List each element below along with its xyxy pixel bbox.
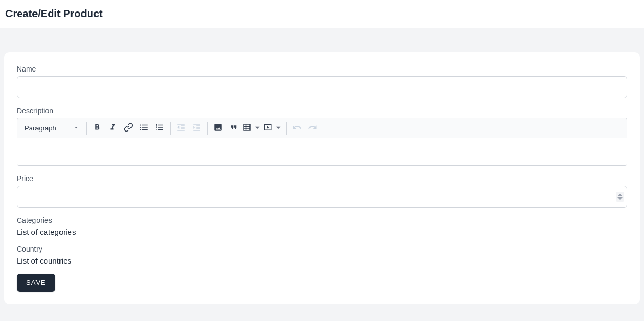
redo-icon [308,123,317,134]
save-button[interactable]: SAVE [17,274,55,292]
indent-button[interactable] [189,121,204,136]
format-dropdown[interactable]: Paragraph [20,121,83,136]
name-field-group: Name [17,65,627,98]
editor-toolbar: Paragraph [17,118,627,138]
name-input[interactable] [17,76,627,98]
link-icon [124,123,133,134]
number-stepper-icon[interactable] [616,192,624,202]
media-button[interactable] [263,121,283,136]
numbered-list-button[interactable] [152,121,167,136]
country-field-group: Country List of countries [17,245,627,265]
toolbar-divider [86,122,87,135]
outdent-button[interactable] [174,121,188,136]
bullet-list-button[interactable] [137,121,151,136]
chevron-down-icon [273,123,283,134]
link-button[interactable] [121,121,136,136]
categories-label: Categories [17,216,627,224]
bullet-list-icon [139,123,149,134]
description-field-group: Description Paragraph [17,106,627,166]
price-label: Price [17,174,627,183]
italic-icon [108,123,117,134]
image-icon [213,123,223,134]
categories-field-group: Categories List of categories [17,216,627,236]
image-button[interactable] [211,121,225,136]
quote-icon [229,123,238,134]
blockquote-button[interactable] [226,121,241,136]
toolbar-divider [170,122,171,135]
bold-icon [92,123,102,134]
categories-value: List of categories [17,228,627,236]
numbered-list-icon [155,123,164,134]
bold-button[interactable] [90,121,104,136]
toolbar-divider [286,122,287,135]
format-dropdown-label: Paragraph [25,124,56,132]
rich-text-editor: Paragraph [17,118,627,166]
redo-button[interactable] [305,121,320,136]
country-label: Country [17,245,627,253]
form-card: Name Description Paragraph [4,52,640,304]
chevron-down-icon [253,123,262,134]
price-field-group: Price [17,174,627,208]
page-header: Create/Edit Product [0,0,644,28]
undo-icon [292,123,302,134]
toolbar-divider [207,122,208,135]
page-title: Create/Edit Product [5,8,639,20]
italic-button[interactable] [105,121,120,136]
table-icon [242,123,252,134]
chevron-down-icon [74,125,79,132]
price-input[interactable] [17,186,627,208]
country-value: List of countries [17,256,627,265]
price-input-wrapper [17,186,627,208]
media-icon [263,123,272,134]
undo-button[interactable] [290,121,304,136]
content-wrapper: Name Description Paragraph [0,28,644,308]
indent-icon [192,123,201,134]
description-label: Description [17,106,627,115]
editor-content-area[interactable] [17,138,627,165]
name-label: Name [17,65,627,73]
table-button[interactable] [242,121,262,136]
outdent-icon [176,123,186,134]
